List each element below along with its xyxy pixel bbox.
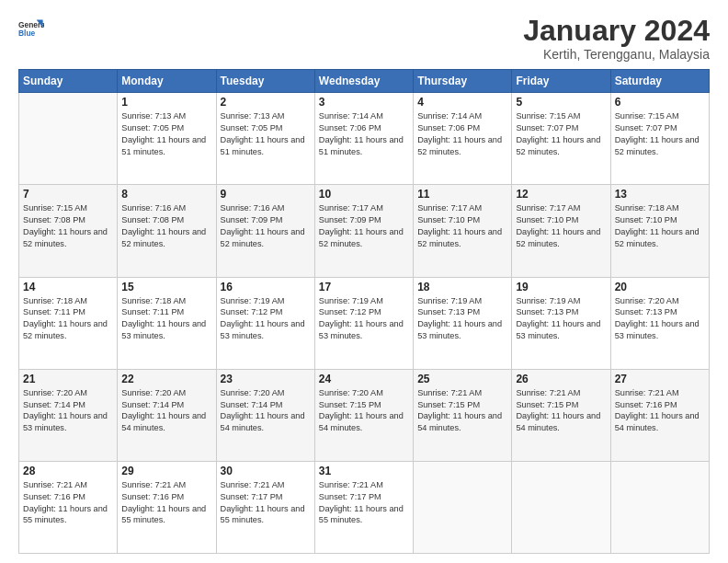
table-row: 31Sunrise: 7:21 AM Sunset: 7:17 PM Dayli… — [314, 461, 413, 553]
calendar-week-row: 28Sunrise: 7:21 AM Sunset: 7:16 PM Dayli… — [19, 461, 710, 553]
day-info: Sunrise: 7:15 AM Sunset: 7:07 PM Dayligh… — [516, 110, 606, 158]
day-info: Sunrise: 7:16 AM Sunset: 7:08 PM Dayligh… — [121, 202, 211, 250]
table-row: 6Sunrise: 7:15 AM Sunset: 7:07 PM Daylig… — [610, 93, 709, 185]
day-number: 25 — [417, 373, 507, 385]
day-info: Sunrise: 7:18 AM Sunset: 7:11 PM Dayligh… — [121, 295, 211, 343]
day-info: Sunrise: 7:17 AM Sunset: 7:09 PM Dayligh… — [319, 202, 409, 250]
day-info: Sunrise: 7:20 AM Sunset: 7:13 PM Dayligh… — [615, 295, 705, 343]
table-row: 10Sunrise: 7:17 AM Sunset: 7:09 PM Dayli… — [314, 185, 413, 277]
day-number: 10 — [319, 188, 409, 201]
header-friday: Friday — [512, 70, 610, 93]
table-row: 20Sunrise: 7:20 AM Sunset: 7:13 PM Dayli… — [610, 277, 709, 369]
calendar-week-row: 21Sunrise: 7:20 AM Sunset: 7:14 PM Dayli… — [19, 369, 710, 461]
day-number: 6 — [615, 96, 705, 109]
day-info: Sunrise: 7:21 AM Sunset: 7:17 PM Dayligh… — [221, 479, 311, 527]
day-info: Sunrise: 7:16 AM Sunset: 7:09 PM Dayligh… — [221, 202, 311, 250]
day-info: Sunrise: 7:19 AM Sunset: 7:12 PM Dayligh… — [319, 295, 409, 343]
day-info: Sunrise: 7:19 AM Sunset: 7:13 PM Dayligh… — [516, 295, 606, 343]
table-row: 26Sunrise: 7:21 AM Sunset: 7:15 PM Dayli… — [512, 369, 610, 461]
day-number: 28 — [23, 465, 113, 477]
calendar-header-row: Sunday Monday Tuesday Wednesday Thursday… — [19, 70, 710, 93]
day-info: Sunrise: 7:13 AM Sunset: 7:05 PM Dayligh… — [221, 110, 311, 158]
calendar-week-row: 7Sunrise: 7:15 AM Sunset: 7:08 PM Daylig… — [19, 185, 710, 277]
table-row — [414, 461, 512, 553]
day-info: Sunrise: 7:20 AM Sunset: 7:14 PM Dayligh… — [221, 387, 311, 435]
day-info: Sunrise: 7:18 AM Sunset: 7:11 PM Dayligh… — [23, 295, 113, 343]
day-info: Sunrise: 7:15 AM Sunset: 7:08 PM Dayligh… — [23, 202, 113, 250]
day-number: 17 — [319, 281, 409, 293]
day-number: 1 — [121, 96, 211, 109]
day-info: Sunrise: 7:20 AM Sunset: 7:14 PM Dayligh… — [23, 387, 113, 435]
table-row: 2Sunrise: 7:13 AM Sunset: 7:05 PM Daylig… — [216, 93, 314, 185]
table-row: 24Sunrise: 7:20 AM Sunset: 7:15 PM Dayli… — [314, 369, 413, 461]
day-number: 2 — [221, 96, 311, 109]
day-info: Sunrise: 7:14 AM Sunset: 7:06 PM Dayligh… — [319, 110, 409, 158]
day-info: Sunrise: 7:21 AM Sunset: 7:15 PM Dayligh… — [417, 387, 507, 435]
table-row: 11Sunrise: 7:17 AM Sunset: 7:10 PM Dayli… — [414, 185, 512, 277]
day-info: Sunrise: 7:20 AM Sunset: 7:14 PM Dayligh… — [121, 387, 211, 435]
day-info: Sunrise: 7:17 AM Sunset: 7:10 PM Dayligh… — [417, 202, 507, 250]
day-info: Sunrise: 7:19 AM Sunset: 7:12 PM Dayligh… — [221, 295, 311, 343]
day-number: 8 — [121, 188, 211, 201]
day-info: Sunrise: 7:21 AM Sunset: 7:17 PM Dayligh… — [319, 479, 409, 527]
table-row: 16Sunrise: 7:19 AM Sunset: 7:12 PM Dayli… — [216, 277, 314, 369]
calendar-week-row: 14Sunrise: 7:18 AM Sunset: 7:11 PM Dayli… — [19, 277, 710, 369]
table-row: 14Sunrise: 7:18 AM Sunset: 7:11 PM Dayli… — [19, 277, 118, 369]
day-info: Sunrise: 7:19 AM Sunset: 7:13 PM Dayligh… — [417, 295, 507, 343]
day-number: 26 — [516, 373, 606, 385]
day-number: 12 — [516, 188, 606, 201]
page: General Blue January 2024 Kertih, Tereng… — [0, 0, 728, 563]
day-number: 29 — [121, 465, 211, 477]
logo: General Blue — [18, 15, 48, 40]
title-section: January 2024 Kertih, Terengganu, Malaysi… — [523, 15, 710, 62]
table-row — [512, 461, 610, 553]
day-number: 22 — [121, 373, 211, 385]
day-number: 23 — [221, 373, 311, 385]
svg-text:Blue: Blue — [18, 29, 35, 38]
table-row: 1Sunrise: 7:13 AM Sunset: 7:05 PM Daylig… — [118, 93, 216, 185]
table-row: 30Sunrise: 7:21 AM Sunset: 7:17 PM Dayli… — [216, 461, 314, 553]
logo-icon: General Blue — [18, 15, 44, 40]
day-info: Sunrise: 7:18 AM Sunset: 7:10 PM Dayligh… — [615, 202, 705, 250]
day-number: 24 — [319, 373, 409, 385]
header-saturday: Saturday — [610, 70, 709, 93]
header-wednesday: Wednesday — [314, 70, 413, 93]
table-row: 15Sunrise: 7:18 AM Sunset: 7:11 PM Dayli… — [118, 277, 216, 369]
table-row: 3Sunrise: 7:14 AM Sunset: 7:06 PM Daylig… — [314, 93, 413, 185]
table-row: 9Sunrise: 7:16 AM Sunset: 7:09 PM Daylig… — [216, 185, 314, 277]
day-number: 31 — [319, 465, 409, 477]
table-row: 17Sunrise: 7:19 AM Sunset: 7:12 PM Dayli… — [314, 277, 413, 369]
table-row — [610, 461, 709, 553]
day-number: 7 — [23, 188, 113, 201]
header-sunday: Sunday — [19, 70, 118, 93]
header: General Blue January 2024 Kertih, Tereng… — [18, 15, 710, 62]
day-info: Sunrise: 7:14 AM Sunset: 7:06 PM Dayligh… — [417, 110, 507, 158]
table-row: 21Sunrise: 7:20 AM Sunset: 7:14 PM Dayli… — [19, 369, 118, 461]
table-row: 19Sunrise: 7:19 AM Sunset: 7:13 PM Dayli… — [512, 277, 610, 369]
day-number: 9 — [221, 188, 311, 201]
day-info: Sunrise: 7:21 AM Sunset: 7:16 PM Dayligh… — [615, 387, 705, 435]
table-row: 13Sunrise: 7:18 AM Sunset: 7:10 PM Dayli… — [610, 185, 709, 277]
table-row: 22Sunrise: 7:20 AM Sunset: 7:14 PM Dayli… — [118, 369, 216, 461]
day-number: 18 — [417, 281, 507, 293]
day-number: 5 — [516, 96, 606, 109]
day-number: 21 — [23, 373, 113, 385]
day-number: 20 — [615, 281, 705, 293]
table-row: 25Sunrise: 7:21 AM Sunset: 7:15 PM Dayli… — [414, 369, 512, 461]
day-number: 19 — [516, 281, 606, 293]
table-row: 4Sunrise: 7:14 AM Sunset: 7:06 PM Daylig… — [414, 93, 512, 185]
header-monday: Monday — [118, 70, 216, 93]
day-number: 13 — [615, 188, 705, 201]
table-row: 18Sunrise: 7:19 AM Sunset: 7:13 PM Dayli… — [414, 277, 512, 369]
header-thursday: Thursday — [414, 70, 512, 93]
day-number: 15 — [121, 281, 211, 293]
day-number: 16 — [221, 281, 311, 293]
day-info: Sunrise: 7:15 AM Sunset: 7:07 PM Dayligh… — [615, 110, 705, 158]
day-number: 4 — [417, 96, 507, 109]
table-row: 5Sunrise: 7:15 AM Sunset: 7:07 PM Daylig… — [512, 93, 610, 185]
day-number: 11 — [417, 188, 507, 201]
table-row: 12Sunrise: 7:17 AM Sunset: 7:10 PM Dayli… — [512, 185, 610, 277]
table-row: 28Sunrise: 7:21 AM Sunset: 7:16 PM Dayli… — [19, 461, 118, 553]
day-info: Sunrise: 7:21 AM Sunset: 7:15 PM Dayligh… — [516, 387, 606, 435]
calendar-week-row: 1Sunrise: 7:13 AM Sunset: 7:05 PM Daylig… — [19, 93, 710, 185]
